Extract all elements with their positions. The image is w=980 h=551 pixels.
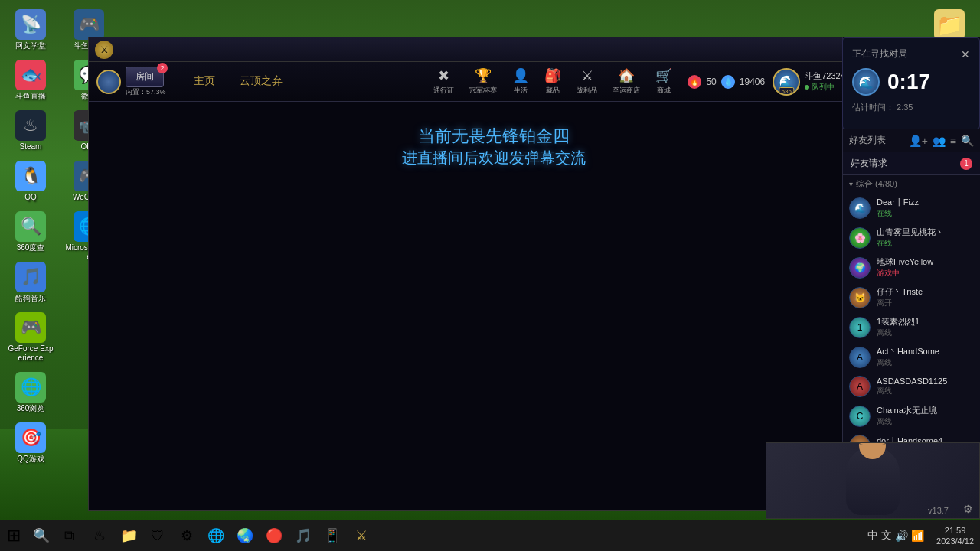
be-icon: 💧: [721, 75, 735, 89]
matchmaking-timer-area: 🌊 0:17: [852, 68, 970, 96]
desktop-icons-left: 📡 网文学堂 🐟 斗鱼直播 ♨ Steam 🐧 QQ 🔍 360度查 🎵 酷狗音…: [0, 0, 88, 520]
friend-name: 1装素烈烈1: [877, 316, 974, 328]
friend-name: ASDASDASD1125: [877, 377, 974, 386]
room-button[interactable]: 房间 2: [126, 67, 164, 87]
nav-icon-championship[interactable]: 🏆 冠军杯赛: [462, 64, 505, 99]
matchmaking-icon: 🌊: [852, 68, 880, 96]
lol-logo-icon: ⚔: [95, 41, 113, 59]
taskbar-app3-icon[interactable]: 🔴: [260, 522, 288, 549]
list-view-icon[interactable]: ≡: [950, 135, 956, 147]
friends-toolbar: 好友列表 👤+ 👥 ≡ 🔍: [843, 129, 980, 152]
tray-lang-icon[interactable]: 中: [867, 529, 878, 543]
taskbar-apps: ♨ 📁 🛡 ⚙ 🌐 🌏 🔴 🎵 📱 ⚔: [83, 522, 861, 549]
matchmaking-close-button[interactable]: ✕: [961, 48, 970, 60]
friend-item[interactable]: A ASDASDASD1125 离线: [843, 372, 980, 401]
nav-profile-icon: [96, 70, 121, 94]
friends-toolbar-title: 好友列表: [849, 134, 886, 147]
friend-status: 在线: [877, 208, 974, 219]
taskbar-explorer-icon[interactable]: 📁: [115, 522, 142, 549]
desktop-icon-360[interactable]: 🔍 360度查: [3, 208, 58, 256]
friend-item[interactable]: 🌸 山青雾里见桃花丶 在线: [843, 223, 980, 253]
group-icon[interactable]: 👥: [933, 135, 946, 147]
friend-info: ASDASDASD1125 离线: [877, 377, 974, 396]
tray-network-icon[interactable]: 📶: [911, 530, 924, 542]
desktop-icon-douyu[interactable]: 🐟 斗鱼直播: [3, 57, 58, 104]
friend-status: 在线: [877, 238, 974, 249]
taskbar-time-display: 21:59: [936, 525, 974, 536]
taskbar-mobile-icon[interactable]: 📱: [318, 522, 346, 549]
friend-info: 1装素烈烈1 离线: [877, 316, 974, 338]
lol-nav-icons: ✖ 通行证 🏆 冠军杯赛 👤 生活 🎒 藏品 ⚔ 战利品: [295, 64, 891, 99]
friend-info: 仔仔丶Triste 离开: [877, 286, 974, 308]
taskbar-clock[interactable]: 21:59 2023/4/12: [936, 525, 974, 547]
nav-icon-shop1[interactable]: 🏠 至运商店: [605, 64, 648, 99]
desktop-icon-network[interactable]: 📡 网文学堂: [3, 6, 58, 54]
friend-status: 离线: [877, 416, 974, 427]
lol-navbar: 房间 2 内置：57.3% 主页 云顶之弃 ✖ 通行证: [89, 62, 899, 102]
taskbar-windefender-icon[interactable]: 🛡: [144, 522, 172, 549]
nav-link-tft[interactable]: 云顶之弃: [227, 62, 295, 102]
friend-info: Dear丨Fizz 在线: [877, 197, 974, 219]
friend-status: 离线: [877, 357, 974, 368]
lol-nav-profile: 房间 2 内置：57.3%: [96, 67, 166, 97]
profile-avatar: 🌊 536: [773, 68, 800, 96]
friend-avatar: 🌸: [849, 227, 871, 249]
desktop-icon-qqgame[interactable]: 🎯 QQ游戏: [3, 419, 58, 467]
friend-status: 游戏中: [877, 268, 974, 279]
nav-icon-loot[interactable]: ⚔ 战利品: [569, 64, 605, 99]
webcam-settings-icon[interactable]: ⚙: [963, 503, 973, 515]
friends-toolbar-icons: 👤+ 👥 ≡ 🔍: [909, 135, 974, 147]
taskbar-music-icon[interactable]: 🎵: [289, 522, 317, 549]
taskbar-steam-icon[interactable]: ♨: [86, 522, 113, 549]
tray-input-icon[interactable]: 文: [881, 529, 892, 543]
nav-icon-collection[interactable]: 🎒 藏品: [537, 64, 569, 99]
taskbar-control-icon[interactable]: ⚙: [173, 522, 201, 549]
nav-icon-shop2[interactable]: 🛒 商城: [648, 64, 680, 99]
friend-name: 仔仔丶Triste: [877, 286, 974, 298]
currency-display: 🔥 50 💧 19406: [688, 75, 765, 89]
taskbar-lol-icon[interactable]: ⚔: [348, 522, 375, 549]
taskbar-search-icon[interactable]: 🔍: [28, 522, 55, 549]
matchmaking-estimate: 估计时间： 2:35: [852, 102, 970, 113]
taskbar-chrome-icon[interactable]: 🌐: [202, 522, 230, 549]
friend-item[interactable]: C Chaina水无止境 离线: [843, 401, 980, 431]
matchmaking-timer: 0:17: [887, 70, 930, 94]
friends-content: 好友列表 👤+ 👥 ≡ 🔍 好友请求 1 ▾ 综合 (4/80): [843, 129, 980, 472]
friend-name: Chaina水无止境: [877, 405, 974, 416]
friend-item[interactable]: 1 1装素烈烈1 离线: [843, 312, 980, 342]
matchmaking-header: 正在寻找对局 ✕: [852, 47, 970, 60]
desktop-icon-steam[interactable]: ♨ Steam: [3, 107, 58, 155]
taskbar-taskview-icon[interactable]: ⧉: [55, 522, 83, 549]
profile-level: 536: [779, 87, 793, 96]
friends-search-icon[interactable]: 🔍: [961, 135, 974, 147]
win-rate: 内置：57.3%: [126, 87, 166, 97]
desktop-icon-geforce[interactable]: 🎮 GeForce Experience: [3, 309, 58, 366]
friend-item[interactable]: 🌍 地球FiveYellow 游戏中: [843, 253, 980, 282]
start-button[interactable]: ⊞: [0, 522, 28, 549]
nav-link-home[interactable]: 主页: [181, 62, 227, 102]
taskbar-edge-icon[interactable]: 🌏: [231, 522, 259, 549]
friend-item[interactable]: 🌊 Dear丨Fizz 在线: [843, 193, 980, 223]
taskbar-tray: 中 文 🔊 📶 21:59 2023/4/12: [861, 525, 980, 547]
friend-avatar: 🐱: [849, 287, 871, 308]
desktop-icon-kugou[interactable]: 🎵 酷狗音乐: [3, 259, 58, 306]
friend-name: 山青雾里见桃花丶: [877, 227, 974, 238]
desktop-icon-360browser[interactable]: 🌐 360浏览: [3, 369, 58, 416]
friend-info: Chaina水无止境 离线: [877, 405, 974, 427]
friend-item-act-handsome[interactable]: A Act丶HandSome 离线: [843, 342, 980, 372]
room-badge: 2: [157, 63, 168, 73]
friend-status: 离线: [877, 386, 974, 396]
friend-request-label: 好友请求: [851, 157, 887, 170]
tray-volume-icon[interactable]: 🔊: [895, 530, 908, 542]
friends-section-header[interactable]: ▾ 综合 (4/80): [843, 175, 980, 193]
desktop: 📡 网文学堂 🐟 斗鱼直播 ♨ Steam 🐧 QQ 🔍 360度查 🎵 酷狗音…: [0, 0, 980, 551]
friend-name: 地球FiveYellow: [877, 256, 974, 268]
desktop-icon-qq[interactable]: 🐧 QQ: [3, 158, 58, 205]
rp-icon: 🔥: [688, 75, 701, 89]
friend-request-bar[interactable]: 好友请求 1: [843, 152, 980, 175]
nav-icon-life[interactable]: 👤 生活: [505, 64, 537, 99]
nav-icon-pass[interactable]: ✖ 通行证: [426, 64, 462, 99]
friend-item[interactable]: 🐱 仔仔丶Triste 离开: [843, 282, 980, 312]
friend-info: 山青雾里见桃花丶 在线: [877, 227, 974, 249]
add-friend-icon[interactable]: 👤+: [909, 135, 928, 147]
